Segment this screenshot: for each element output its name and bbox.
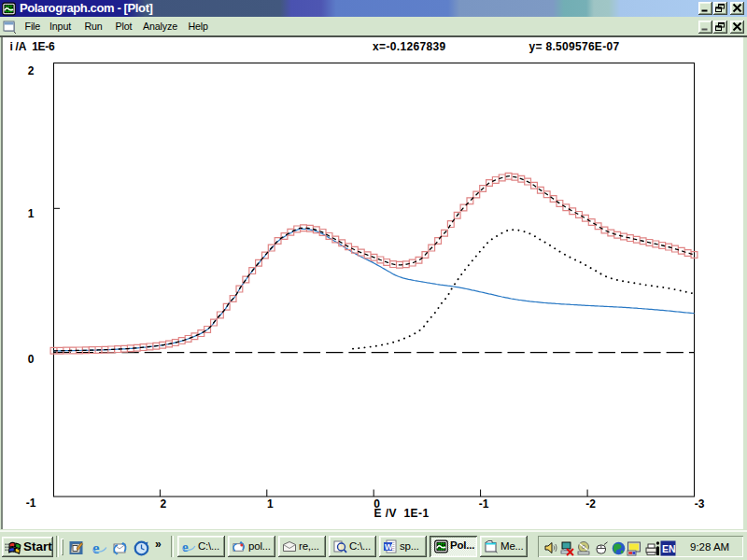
svg-text:-2: -2	[585, 497, 596, 511]
svg-text:-3: -3	[695, 497, 705, 511]
svg-text:e: e	[92, 540, 100, 556]
svg-text:E /V 1E-1: E /V 1E-1	[374, 507, 429, 520]
svg-text:0: 0	[28, 353, 35, 366]
svg-text:2: 2	[161, 497, 167, 511]
svg-text:EN: EN	[662, 543, 676, 554]
svg-text:1: 1	[267, 497, 274, 511]
svg-text:-1: -1	[26, 497, 36, 510]
svg-text:2: 2	[28, 64, 35, 77]
svg-text:y= 8.509576E-07: y= 8.509576E-07	[529, 40, 620, 53]
svg-text:1: 1	[28, 207, 35, 220]
svg-text:i /A 1E-6: i /A 1E-6	[10, 40, 55, 53]
svg-text:-1: -1	[479, 497, 489, 511]
svg-text:e: e	[182, 539, 189, 554]
svg-text:x=-0.1267839: x=-0.1267839	[373, 40, 446, 53]
svg-text:W: W	[385, 541, 393, 551]
